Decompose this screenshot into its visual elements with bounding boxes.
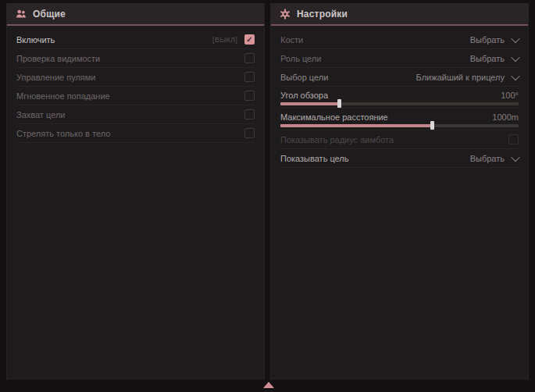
target-choice-select-value: Ближайший к прицелу xyxy=(416,73,505,82)
row-body-only[interactable]: Стрелять только в тело xyxy=(16,124,255,143)
panel-general-header: Общие xyxy=(7,4,264,26)
row-bones: Кости Выбрать xyxy=(280,30,519,49)
row-instant-hit-checkbox[interactable] xyxy=(244,91,255,101)
row-show-target-label: Показывать цель xyxy=(280,154,349,163)
row-target-choice: Выбор цели Ближайший к прицелу xyxy=(280,68,519,87)
max-distance-value: 1000m xyxy=(492,112,519,122)
row-fov-label: Угол обзора xyxy=(280,91,328,100)
chevron-down-icon xyxy=(511,34,519,42)
row-instant-hit[interactable]: Мгновенное попадание xyxy=(16,87,255,105)
row-instant-hit-label: Мгновенное попадание xyxy=(16,91,110,101)
row-show-radius-label: Показывать радиус аимбота xyxy=(280,135,394,144)
panel-settings-header: Настройки xyxy=(271,4,528,26)
general-rows: Включить [ВЫКЛ] ✓ Проверка видимости Упр… xyxy=(7,26,264,143)
show-target-select-value: Выбрать xyxy=(470,154,505,163)
scroll-up-indicator[interactable] xyxy=(263,382,274,388)
panel-general-title: Общие xyxy=(33,9,66,20)
row-bones-label: Кости xyxy=(280,35,303,45)
row-enable-state-badge: [ВЫКЛ] xyxy=(212,36,237,44)
row-show-radius: Показывать радиус аимбота xyxy=(280,130,519,149)
settings-rows: Кости Выбрать Роль цели Выбрать Выбор це… xyxy=(271,26,528,168)
fov-value: 100° xyxy=(501,91,519,100)
max-distance-slider[interactable] xyxy=(280,124,519,127)
panel-general: Общие Включить [ВЫКЛ] ✓ Проверка видимос… xyxy=(6,3,265,380)
row-show-radius-checkbox xyxy=(508,134,519,144)
chevron-down-icon xyxy=(511,52,519,61)
row-target-choice-label: Выбор цели xyxy=(280,73,328,82)
row-fov: Угол обзора 100° xyxy=(280,87,519,109)
fov-slider-thumb[interactable] xyxy=(337,99,341,108)
gear-icon xyxy=(280,9,291,20)
target-role-select[interactable]: Выбрать xyxy=(470,54,519,63)
chevron-down-icon xyxy=(511,152,519,161)
row-body-only-label: Стрелять только в тело xyxy=(16,129,110,138)
row-enable-label: Включить xyxy=(16,35,55,45)
row-visibility-check-label: Проверка видимости xyxy=(16,54,100,63)
row-enable[interactable]: Включить [ВЫКЛ] ✓ xyxy=(16,30,255,49)
row-body-only-checkbox[interactable] xyxy=(244,128,255,138)
row-target-lock-label: Захват цели xyxy=(16,110,65,119)
row-enable-checkbox[interactable]: ✓ xyxy=(244,34,255,45)
users-icon xyxy=(16,9,27,20)
checkmark-icon: ✓ xyxy=(246,36,252,44)
row-show-target: Показывать цель Выбрать xyxy=(280,149,519,168)
row-bullet-control-label: Управление пулями xyxy=(16,73,96,82)
row-target-lock-checkbox[interactable] xyxy=(244,109,255,119)
row-target-role-label: Роль цели xyxy=(280,54,321,63)
row-visibility-check-checkbox[interactable] xyxy=(244,53,255,63)
bones-select[interactable]: Выбрать xyxy=(470,35,519,45)
fov-slider[interactable] xyxy=(280,102,519,105)
row-bullet-control[interactable]: Управление пулями xyxy=(16,68,255,87)
panel-settings: Настройки Кости Выбрать Роль цели Выбрат… xyxy=(270,3,529,380)
target-role-select-value: Выбрать xyxy=(470,54,505,63)
row-max-distance: Максимальное расстояние 1000m xyxy=(280,109,519,130)
row-bullet-control-checkbox[interactable] xyxy=(244,72,255,82)
fov-slider-fill xyxy=(280,102,340,105)
bones-select-value: Выбрать xyxy=(470,35,505,45)
row-visibility-check[interactable]: Проверка видимости xyxy=(16,49,255,68)
panel-settings-title: Настройки xyxy=(297,9,348,20)
row-max-distance-label: Максимальное расстояние xyxy=(280,112,388,122)
chevron-down-icon xyxy=(511,71,519,80)
show-target-select[interactable]: Выбрать xyxy=(470,154,519,163)
max-distance-slider-fill xyxy=(280,124,433,127)
target-choice-select[interactable]: Ближайший к прицелу xyxy=(416,73,519,82)
max-distance-slider-thumb[interactable] xyxy=(430,121,434,130)
row-target-lock[interactable]: Захват цели xyxy=(16,105,255,124)
row-target-role: Роль цели Выбрать xyxy=(280,49,519,68)
mod-menu-window: Общие Включить [ВЫКЛ] ✓ Проверка видимос… xyxy=(0,0,535,392)
